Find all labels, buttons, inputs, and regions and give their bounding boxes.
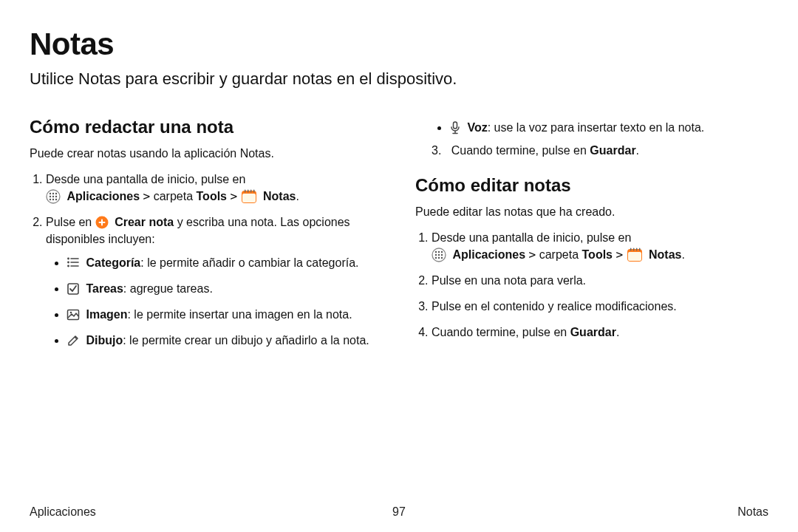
edit-step-3: Pulse en el contenido y realice modifica… xyxy=(432,298,768,315)
svg-rect-25 xyxy=(68,284,78,294)
option-tasks-label: Tareas xyxy=(86,282,123,295)
chevron-icon: > xyxy=(529,248,536,262)
svg-point-36 xyxy=(435,253,437,255)
option-voice-text: : use la voz para insertar texto en la n… xyxy=(488,121,705,134)
svg-point-6 xyxy=(55,196,57,197)
page-title: Notas xyxy=(30,27,768,62)
step1-tools-label: Tools xyxy=(197,190,227,202)
svg-point-8 xyxy=(52,199,54,200)
option-drawing-label: Dibujo xyxy=(86,334,123,347)
voice-option-list: Voz: use la voz para insertar texto en l… xyxy=(415,121,768,135)
apps-grid-icon xyxy=(46,189,61,204)
svg-point-39 xyxy=(435,256,437,258)
edit-intro: Puede editar las notas que ha creado. xyxy=(415,205,768,220)
footer-left: Aplicaciones xyxy=(30,505,96,519)
option-drawing-text: : le permite crear un dibujo y añadirlo … xyxy=(123,334,369,347)
pencil-icon xyxy=(66,334,80,347)
svg-rect-18 xyxy=(98,222,105,223)
svg-point-40 xyxy=(438,256,440,258)
option-tasks-text: : agregue tareas. xyxy=(123,282,213,295)
compose-heading: Cómo redactar una nota xyxy=(30,117,383,137)
svg-point-9 xyxy=(55,199,57,200)
plus-circle-icon xyxy=(95,216,109,229)
chevron-icon: > xyxy=(143,189,151,203)
svg-rect-12 xyxy=(245,189,245,192)
right-column: Voz: use la voz para insertar texto en l… xyxy=(415,117,768,358)
category-list-icon xyxy=(66,256,80,269)
edit-step4-save-label: Guardar xyxy=(570,326,616,338)
option-image-text: : le permite insertar una imagen en la n… xyxy=(127,308,352,321)
option-image: Imagen: le permite insertar una imagen e… xyxy=(66,306,383,323)
edit-heading: Cómo editar notas xyxy=(415,175,768,196)
notes-app-icon xyxy=(627,248,643,262)
svg-rect-44 xyxy=(630,248,631,250)
svg-point-4 xyxy=(50,196,51,197)
page-subtitle: Utilice Notas para escribir y guardar no… xyxy=(30,69,768,89)
svg-rect-13 xyxy=(248,189,248,192)
svg-point-37 xyxy=(438,253,440,255)
option-category-label: Categoría xyxy=(86,256,140,269)
microphone-icon xyxy=(449,121,461,134)
svg-point-5 xyxy=(52,196,54,197)
svg-point-1 xyxy=(50,193,51,194)
edit-step1-text-b: carpeta xyxy=(539,248,582,261)
compose-step-1: Desde una pantalla de inicio, pulse en A… xyxy=(46,171,383,205)
step1-text-b: carpeta xyxy=(154,190,197,202)
svg-point-38 xyxy=(441,253,443,255)
svg-rect-15 xyxy=(253,189,254,192)
edit-step1-apps-label: Aplicaciones xyxy=(452,248,525,261)
option-voice-label: Voz xyxy=(467,121,487,134)
svg-point-23 xyxy=(67,262,69,264)
step3-text-a: Cuando termine, pulse en xyxy=(451,144,590,157)
option-category: Categoría: le permite añadir o cambiar l… xyxy=(66,254,383,271)
edit-step-4: Cuando termine, pulse en Guardar. xyxy=(432,324,768,341)
edit-step1-tools-label: Tools xyxy=(582,248,613,261)
edit-step4-text-a: Cuando termine, pulse en xyxy=(432,326,570,338)
chevron-icon: > xyxy=(615,248,623,262)
svg-point-7 xyxy=(50,199,51,200)
edit-step1-text-a: Desde una pantalla de inicio, pulse en xyxy=(432,231,631,244)
option-category-text: : le permite añadir o cambiar la categor… xyxy=(140,256,358,269)
edit-steps: Desde una pantalla de inicio, pulse en A… xyxy=(415,229,768,341)
svg-point-27 xyxy=(70,311,72,313)
option-voice: Voz: use la voz para insertar texto en l… xyxy=(449,121,768,135)
compose-step-3: 3. Cuando termine, pulse en Guardar. xyxy=(415,144,768,157)
compose-options: Categoría: le permite añadir o cambiar l… xyxy=(46,254,383,349)
svg-rect-11 xyxy=(242,194,256,202)
svg-point-3 xyxy=(55,193,57,194)
footer-right: Notas xyxy=(737,505,768,519)
step1-apps-label: Aplicaciones xyxy=(66,190,140,202)
tasks-checkbox-icon xyxy=(66,282,80,296)
edit-step1-notes-label: Notas xyxy=(649,248,681,261)
step1-notes-label: Notas xyxy=(263,190,296,202)
svg-rect-14 xyxy=(250,189,251,192)
svg-point-22 xyxy=(67,258,69,260)
svg-rect-47 xyxy=(639,248,640,250)
left-column: Cómo redactar una nota Puede crear notas… xyxy=(30,117,383,358)
two-column-layout: Cómo redactar una nota Puede crear notas… xyxy=(30,117,768,358)
svg-point-2 xyxy=(52,193,54,194)
compose-intro: Puede crear notas usando la aplicación N… xyxy=(30,146,383,162)
notes-app-icon xyxy=(241,189,257,204)
svg-rect-45 xyxy=(633,248,634,250)
edit-step-1: Desde una pantalla de inicio, pulse en A… xyxy=(432,229,768,263)
svg-rect-46 xyxy=(636,248,637,250)
compose-step-2: Pulse en Crear nota y escriba una nota. … xyxy=(46,214,383,349)
svg-point-33 xyxy=(435,250,437,252)
apps-grid-icon xyxy=(432,248,446,262)
step3-number: 3. xyxy=(432,144,441,157)
compose-steps: Desde una pantalla de inicio, pulse en A… xyxy=(30,171,383,349)
svg-point-41 xyxy=(441,256,443,258)
svg-point-24 xyxy=(67,265,69,267)
step1-text-a: Desde una pantalla de inicio, pulse en xyxy=(46,173,245,185)
footer-page-number: 97 xyxy=(392,505,406,519)
option-tasks: Tareas: agregue tareas. xyxy=(66,280,383,297)
svg-point-34 xyxy=(438,250,440,252)
svg-rect-29 xyxy=(454,122,457,129)
step2-text-a: Pulse en xyxy=(46,216,95,228)
svg-point-35 xyxy=(441,250,443,252)
option-drawing: Dibujo: le permite crear un dibujo y aña… xyxy=(66,332,383,349)
svg-rect-43 xyxy=(628,252,641,261)
image-icon xyxy=(66,308,80,321)
page-footer: Aplicaciones 97 Notas xyxy=(30,505,768,519)
